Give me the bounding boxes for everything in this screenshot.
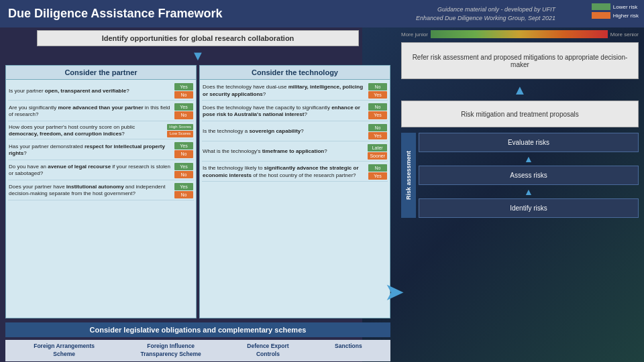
partner-q5-no: No xyxy=(174,171,193,178)
scheme-sanctions[interactable]: Sanctions xyxy=(335,343,362,359)
partner-column: Consider the partner Is your partner ope… xyxy=(5,65,197,318)
partner-q5-badges: Yes No xyxy=(174,163,193,178)
main-right-arrow: ➤ xyxy=(385,280,403,305)
partner-q5: Do you have an avenue of legal recourse … xyxy=(8,162,194,180)
risk-refer-box: Refer risk assessment and proposed mitig… xyxy=(401,42,639,79)
partner-q2-yes: Yes xyxy=(174,103,193,111)
tech-q1-badges: No Yes xyxy=(368,83,387,99)
partner-q6-yes: Yes xyxy=(174,183,193,190)
lower-risk-label: Lower risk xyxy=(613,4,637,10)
tech-q3: Is the technology a sovereign capability… xyxy=(202,123,388,141)
seniority-bar: More junior More senior xyxy=(401,30,639,38)
partner-q1: Is your partner open, transparent and ve… xyxy=(8,82,194,101)
partner-q1-badges: Yes No xyxy=(174,83,193,99)
tech-col-header: Consider the technology xyxy=(200,66,390,80)
scheme-foreign-arrangements[interactable]: Foreign ArrangementsScheme xyxy=(34,343,95,359)
tech-q2-yes: Yes xyxy=(368,111,387,119)
seniority-gradient xyxy=(431,30,608,38)
partner-q1-no: No xyxy=(174,91,193,99)
tech-q5-no: No xyxy=(368,164,387,172)
partner-q6: Does your partner have institutional aut… xyxy=(8,182,194,200)
partner-q3: How does your partner's host country sco… xyxy=(8,123,194,140)
partner-q2: Are you significantly more advanced than… xyxy=(8,102,194,121)
tech-q4-sooner: Sooner xyxy=(368,152,387,160)
tech-q5: Is the technology likely to significantl… xyxy=(202,163,388,182)
subtitle-line2: Enhanced Due Diligence Working Group, Se… xyxy=(416,14,555,23)
scheme-foreign-influence[interactable]: Foreign InfluenceTransparency Scheme xyxy=(141,343,201,359)
partner-q5-yes: Yes xyxy=(174,163,193,170)
tech-q5-yes: Yes xyxy=(368,172,387,180)
higher-risk-label: Higher risk xyxy=(613,13,639,19)
tech-q4: What is the technology's timeframe to ap… xyxy=(202,143,388,162)
partner-q6-badges: Yes No xyxy=(174,183,193,198)
partner-q4: Has your partner demonstrated respect fo… xyxy=(8,141,194,160)
partner-q3-high: High Scores xyxy=(167,124,193,131)
partner-q4-no: No xyxy=(174,150,193,158)
schemes-row: Foreign ArrangementsScheme Foreign Influ… xyxy=(5,340,390,361)
lower-risk-color xyxy=(592,3,610,10)
assess-risks-box: Assess risks xyxy=(419,166,639,185)
partner-q3-text: How does your partner's host country sco… xyxy=(9,124,165,138)
right-panel: More junior More senior Refer risk asses… xyxy=(396,27,644,362)
questions-row: Consider the partner Is your partner ope… xyxy=(5,65,390,318)
partner-q2-badges: Yes No xyxy=(174,103,193,119)
tech-q5-text: Is the technology likely to significantl… xyxy=(203,165,366,179)
tech-column: Consider the technology Does the technol… xyxy=(199,65,390,318)
legend: Lower risk Higher risk xyxy=(592,3,639,19)
page-title: Due Diligence Assistance Framework xyxy=(8,7,222,21)
arrow-up-1: ▲ xyxy=(401,83,639,97)
content-area: Identify opportunities for global resear… xyxy=(0,27,644,362)
lower-risk-legend: Lower risk xyxy=(592,3,639,10)
tech-q3-text: Is the technology a sovereign capability… xyxy=(203,128,366,135)
higher-risk-color xyxy=(592,12,610,19)
partner-col-header: Consider the partner xyxy=(6,66,196,80)
partner-q1-text: Is your partner open, transparent and ve… xyxy=(9,88,172,95)
partner-questions-list: Is your partner open, transparent and ve… xyxy=(6,80,196,318)
header: Due Diligence Assistance Framework Guida… xyxy=(0,0,644,27)
flow-arrow-down: ▼ xyxy=(37,49,359,62)
main-container: Due Diligence Assistance Framework Guida… xyxy=(0,0,644,362)
tech-q1-no: No xyxy=(368,83,387,90)
identify-risks-box: Identify risks xyxy=(419,198,639,218)
risk-assessment-label: Risk assessment xyxy=(401,133,416,218)
evaluate-risks-box: Evaluate risks xyxy=(419,133,639,152)
higher-risk-legend: Higher risk xyxy=(592,12,639,19)
tech-q2-no: No xyxy=(368,103,387,111)
partner-q3-badges: High Scores Low Scores xyxy=(167,124,193,138)
left-panel: Identify opportunities for global resear… xyxy=(0,27,396,362)
risk-boxes: Evaluate risks ▲ Assess risks ▲ Identify… xyxy=(419,133,639,218)
partner-q5-text: Do you have an avenue of legal recourse … xyxy=(9,164,172,178)
tech-q1-yes: Yes xyxy=(368,91,387,99)
tech-q3-badges: No Yes xyxy=(368,124,387,139)
tech-q1-text: Does the technology have dual-use milita… xyxy=(203,84,366,98)
partner-q3-low: Low Scores xyxy=(167,131,193,137)
tech-q4-badges: Later Sooner xyxy=(368,144,387,160)
tech-q2-text: Does the technology have the capacity to… xyxy=(203,105,366,119)
scheme-defence-export[interactable]: Defence ExportControls xyxy=(247,343,288,359)
partner-q4-yes: Yes xyxy=(174,142,193,149)
tech-q4-later: Later xyxy=(368,144,387,152)
partner-q4-badges: Yes No xyxy=(174,142,193,158)
tech-q2: Does the technology have the capacity to… xyxy=(202,102,388,121)
subtitle-line1: Guidance material only - developed by UF… xyxy=(416,5,555,14)
more-junior-label: More junior xyxy=(401,32,428,38)
partner-q6-no: No xyxy=(174,191,193,198)
tech-q1: Does the technology have dual-use milita… xyxy=(202,82,388,101)
tech-q5-badges: No Yes xyxy=(368,164,387,180)
partner-q6-text: Does your partner have institutional aut… xyxy=(9,184,172,198)
more-senior-label: More senior xyxy=(610,32,639,38)
risk-assessment-section: Risk assessment Evaluate risks ▲ Assess … xyxy=(401,133,639,218)
tech-q4-text: What is the technology's timeframe to ap… xyxy=(203,148,366,155)
arrow-up-evaluate: ▲ xyxy=(419,154,639,164)
partner-q4-text: Has your partner demonstrated respect fo… xyxy=(9,143,172,158)
arrow-up-assess: ▲ xyxy=(419,187,639,196)
partner-q2-text: Are you significantly more advanced than… xyxy=(9,105,172,119)
tech-q3-no: No xyxy=(368,124,387,131)
legislative-header: Consider legislative obligations and com… xyxy=(5,322,390,337)
tech-questions-list: Does the technology have dual-use milita… xyxy=(200,80,390,318)
tech-q3-yes: Yes xyxy=(368,132,387,139)
tech-q2-badges: No Yes xyxy=(368,103,387,119)
risk-mitigation-box: Risk mitigation and treatment proposals xyxy=(401,101,639,127)
partner-q1-yes: Yes xyxy=(174,83,193,90)
partner-q2-no: No xyxy=(174,111,193,119)
